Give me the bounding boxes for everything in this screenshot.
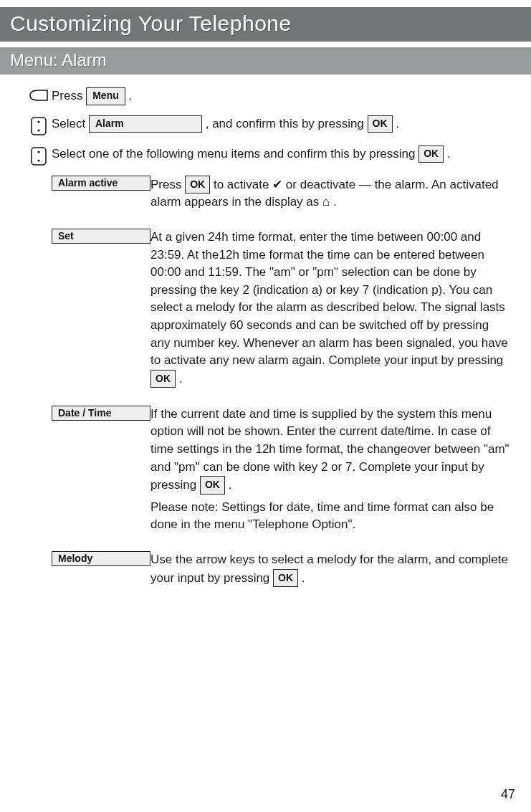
ok-button: OK xyxy=(200,476,225,494)
svg-point-1 xyxy=(37,120,39,123)
text: . xyxy=(447,147,451,161)
date-time-button: Date / Time xyxy=(52,406,150,421)
menu-items-list: Alarm active Press OK to activate ✔ or d… xyxy=(52,176,511,592)
item-melody: Melody Use the arrow keys to select a me… xyxy=(52,551,511,591)
softkey-icon xyxy=(26,87,52,102)
set-button: Set xyxy=(52,229,150,244)
alarm-active-button: Alarm active xyxy=(52,176,150,191)
text: . xyxy=(128,89,132,102)
item-alarm-active: Alarm active Press OK to activate ✔ or d… xyxy=(52,176,511,216)
text: . xyxy=(396,117,399,130)
text: At a given 24h time format, enter the ti… xyxy=(150,230,508,367)
section-heading: Menu: Alarm xyxy=(0,47,531,75)
text: . xyxy=(229,478,232,492)
svg-rect-3 xyxy=(32,148,46,165)
text: Use the arrow keys to select a melody fo… xyxy=(150,553,508,585)
svg-point-5 xyxy=(37,159,39,161)
menu-button: Menu xyxy=(86,87,125,105)
melody-button: Melody xyxy=(52,551,150,566)
alarm-option-button: Alarm xyxy=(89,115,202,133)
page-number: 47 xyxy=(501,787,515,802)
nav-updown-icon xyxy=(26,115,52,135)
svg-point-2 xyxy=(37,129,39,131)
text: Press xyxy=(150,178,185,191)
ok-button: OK xyxy=(418,145,444,163)
step-select-item: Select one of the following menu items a… xyxy=(26,145,511,166)
item-set: Set At a given 24h time format, enter th… xyxy=(52,229,511,393)
alarm-icon: ⌂ xyxy=(322,195,330,209)
page: Customizing Your Telephone Menu: Alarm P… xyxy=(0,0,531,812)
item-date-time: Date / Time If the current date and time… xyxy=(52,406,511,538)
page-title: Customizing Your Telephone xyxy=(0,7,531,42)
text: . xyxy=(333,195,337,209)
text: Press xyxy=(52,89,86,102)
text: , and confirm this by pressing xyxy=(206,117,368,130)
note-text: Please note: Settings for date, time and… xyxy=(150,499,511,534)
text: Select one of the following menu items a… xyxy=(52,147,418,161)
text: Select xyxy=(52,117,89,130)
ok-button: OK xyxy=(185,176,210,194)
text: . xyxy=(179,372,183,386)
text: . xyxy=(302,571,305,585)
step-press-menu: Press Menu . xyxy=(26,87,511,105)
ok-button: OK xyxy=(368,115,393,133)
ok-button: OK xyxy=(150,370,176,388)
step-select-alarm: Select Alarm , and confirm this by press… xyxy=(26,115,511,135)
svg-point-4 xyxy=(37,151,39,153)
ok-button: OK xyxy=(273,569,298,587)
svg-rect-0 xyxy=(32,118,46,135)
nav-updown-icon xyxy=(26,145,52,166)
